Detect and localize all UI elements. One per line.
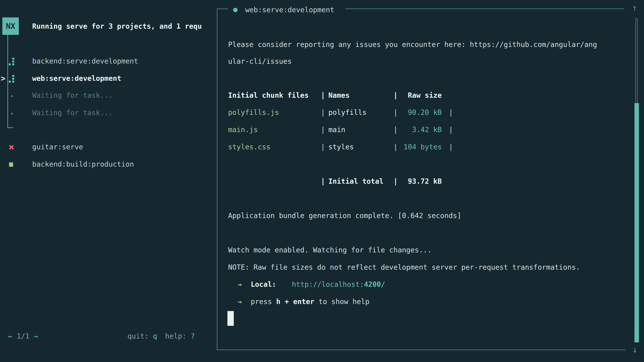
table-cell-file: styles.css [228, 143, 270, 151]
pager-next-icon[interactable]: → [34, 332, 38, 340]
table-pipe: | [321, 125, 325, 134]
local-url-prefix: http://localhost: [292, 280, 364, 289]
help-hint-label: help: [165, 332, 186, 340]
table-total-label: Initial total [328, 177, 384, 185]
local-label: Local: [251, 280, 276, 289]
pager: ← 1/1 → [8, 332, 38, 340]
task-list-sidebar: NX Running serve for 3 projects, and 1 r… [0, 0, 217, 362]
table-cell-size: 3.42 kB [394, 125, 442, 134]
table-cell-file: polyfills.js [228, 108, 279, 116]
watch-mode-line: Watch mode enabled. Watching for file ch… [228, 246, 432, 254]
table-cell-name: polyfills [328, 108, 366, 116]
table-pipe: | [449, 108, 453, 116]
task-row-guitar-serve[interactable]: guitar:serve [0, 143, 217, 153]
issue-notice-line-2: ular-cli/issues [228, 57, 292, 65]
success-square-icon [9, 162, 13, 167]
task-tree-corner [8, 127, 13, 128]
task-row-waiting-1[interactable]: Waiting for task... [0, 91, 217, 101]
sidebar-header-title: Running serve for 3 projects, and 1 requ [32, 22, 202, 30]
task-row-backend-serve[interactable]: backend:serve:development [0, 57, 217, 67]
task-status-bullet-icon: ● [233, 5, 238, 13]
table-pipe: | [321, 91, 325, 99]
bundle-complete-line: Application bundle generation complete. … [228, 212, 461, 220]
waiting-dot-icon [11, 95, 13, 97]
selected-chevron-icon: > [1, 73, 6, 83]
table-header-names: Names [328, 91, 350, 99]
scrollbar-thumb[interactable] [634, 103, 639, 343]
quit-hint-label: quit: [128, 332, 148, 340]
table-cell-size: 90.20 kB [394, 108, 442, 116]
table-pipe: | [449, 143, 453, 151]
pane-border-top-stub [217, 8, 228, 9]
failed-cross-icon [9, 145, 14, 150]
table-cell-file: main.js [228, 125, 258, 134]
press-suffix: to show help [319, 298, 370, 306]
spinner-icon [9, 81, 11, 83]
nx-logo: NX [2, 17, 19, 35]
press-keys: h + enter [276, 298, 314, 306]
table-pipe: | [321, 177, 325, 185]
table-pipe: | [321, 143, 325, 151]
note-line: NOTE: Raw file sizes do not reflect deve… [228, 263, 580, 271]
arrow-right-icon: → [238, 280, 242, 289]
scrollbar-down-arrow-icon[interactable]: ↓ [632, 345, 638, 355]
local-url[interactable]: http://localhost:4200/ [292, 280, 385, 289]
press-prefix: press [251, 298, 272, 306]
issue-notice-line-1: Please consider reporting any issues you… [228, 40, 597, 49]
task-label: backend:build:production [32, 160, 134, 168]
task-row-waiting-2[interactable]: Waiting for task... [0, 109, 217, 119]
pager-prev-icon[interactable]: ← [8, 332, 12, 340]
task-label: backend:serve:development [32, 57, 138, 65]
waiting-dot-icon [11, 113, 13, 114]
scrollbar-up-arrow-icon[interactable]: ↑ [632, 3, 637, 13]
terminal-cursor [228, 311, 234, 326]
task-row-web-serve[interactable]: > web:serve:development [0, 74, 217, 84]
spinner-icon [9, 63, 11, 65]
table-cell-name: main [328, 125, 345, 134]
keyboard-shortcuts: quit: q help: ? [128, 332, 195, 340]
press-help-line: press h + enter to show help [251, 298, 370, 306]
table-cell-size: 104 bytes [394, 143, 442, 151]
arrow-right-icon: → [238, 298, 242, 306]
output-pane-title: web:serve:development [245, 6, 334, 14]
quit-key: q [153, 332, 157, 340]
table-header-size: Raw size [394, 91, 442, 99]
table-pipe: | [321, 108, 325, 116]
table-pipe: | [449, 125, 453, 134]
scrollbar-track[interactable] [636, 18, 638, 103]
help-key: ? [191, 332, 195, 340]
pane-border-left [217, 8, 217, 350]
task-label: web:serve:development [32, 74, 121, 82]
pager-count: 1/1 [17, 332, 30, 340]
table-total-size: 93.72 kB [394, 177, 442, 185]
local-url-port: 4200/ [364, 280, 385, 289]
pane-border-bottom [217, 350, 626, 350]
task-label: guitar:serve [32, 143, 83, 151]
pane-border-top [346, 8, 624, 9]
table-cell-name: styles [328, 143, 354, 151]
task-label: Waiting for task... [32, 109, 113, 117]
task-row-backend-build[interactable]: backend:build:production [0, 160, 217, 170]
table-header-files: Initial chunk files [228, 91, 308, 99]
task-label: Waiting for task... [32, 91, 113, 99]
